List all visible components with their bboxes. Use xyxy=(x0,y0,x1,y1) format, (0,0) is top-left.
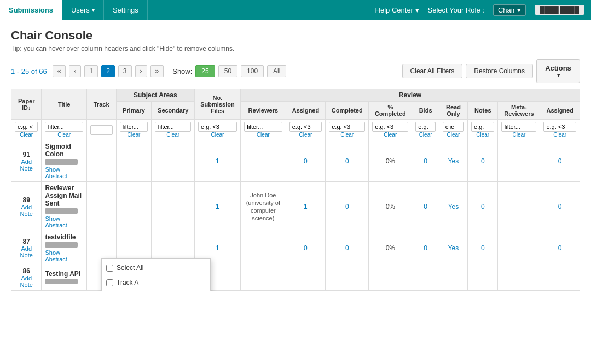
nav-right: Help Center ▾ Select Your Role : Chair ▾… xyxy=(369,0,591,20)
nav-tab-submissions-label: Submissions xyxy=(9,6,53,14)
col-title: Title xyxy=(42,89,86,120)
meta-reviewers-cell-87 xyxy=(498,231,540,265)
pagination-info: 1 - 25 of 66 xyxy=(11,67,47,75)
select-all-checkbox[interactable] xyxy=(106,265,113,272)
role-selector[interactable]: Chair ▾ xyxy=(493,4,526,16)
show-abstract-87[interactable]: Show Abstract xyxy=(45,249,83,262)
filter-secondary[interactable] xyxy=(155,122,191,132)
col-assigned: Assigned xyxy=(286,102,326,120)
pag-next[interactable]: › xyxy=(135,65,147,77)
filter-track[interactable] xyxy=(90,125,113,135)
bids-cell-87: 0 xyxy=(412,231,439,265)
show-abstract-91[interactable]: Show Abstract xyxy=(45,166,83,179)
reviewers-cell-91 xyxy=(240,140,286,182)
pag-page-2[interactable]: 2 xyxy=(101,65,115,77)
user-menu[interactable]: ████ ████ xyxy=(535,5,584,15)
clear-completed[interactable]: Clear xyxy=(329,132,365,138)
submissions-table: PaperID↓ Title Track Subject Areas No.Su… xyxy=(11,89,580,291)
top-navigation: Submissions Users ▾ Settings Help Center… xyxy=(0,0,591,20)
read-only-cell-91: Yes xyxy=(439,140,467,182)
nav-tab-users-label: Users xyxy=(71,6,90,14)
nav-tab-settings[interactable]: Settings xyxy=(104,0,148,20)
clear-reviewers[interactable]: Clear xyxy=(244,132,282,138)
clear-meta-reviewers[interactable]: Clear xyxy=(501,132,536,138)
clear-bids[interactable]: Clear xyxy=(415,132,435,138)
page-title: Chair Console xyxy=(11,28,580,43)
dropdown-item-track-b[interactable]: Track B xyxy=(105,289,207,291)
col-assigned2: Assigned xyxy=(540,102,580,120)
paper-id-cell: 89 Add Note xyxy=(11,182,42,231)
show-25[interactable]: 25 xyxy=(195,65,215,77)
clear-num-files[interactable]: Clear xyxy=(198,132,237,138)
clear-title[interactable]: Clear xyxy=(45,132,83,138)
col-track: Track xyxy=(86,89,116,120)
notes-cell-91: 0 xyxy=(468,140,498,182)
clear-all-filters-button[interactable]: Clear All Filters xyxy=(402,64,463,78)
filter-title[interactable] xyxy=(45,122,83,132)
filter-assigned[interactable] xyxy=(289,122,322,132)
show-50[interactable]: 50 xyxy=(218,65,237,77)
pag-prev[interactable]: ‹ xyxy=(69,65,81,77)
clear-assigned2[interactable]: Clear xyxy=(543,132,576,138)
filter-reviewers[interactable] xyxy=(244,122,282,132)
show-label: Show: xyxy=(172,67,192,75)
restore-columns-button[interactable]: Restore Columns xyxy=(466,64,533,78)
pag-page-1[interactable]: 1 xyxy=(84,65,98,77)
nav-tab-submissions[interactable]: Submissions xyxy=(0,0,62,20)
pag-last[interactable]: » xyxy=(150,65,164,77)
track-a-label: Track A xyxy=(117,279,138,286)
notes-cell-89: 0 xyxy=(468,182,498,231)
title-cell-87: testvidfile Show Abstract xyxy=(42,231,86,265)
show-all[interactable]: All xyxy=(267,65,286,77)
clear-notes[interactable]: Clear xyxy=(471,132,494,138)
filter-bids[interactable] xyxy=(415,122,435,132)
clear-secondary[interactable]: Clear xyxy=(155,132,191,138)
add-note-86[interactable]: Add Note xyxy=(15,275,38,288)
page-tip: Tip: you can hover over column headers a… xyxy=(11,45,580,52)
pag-page-3[interactable]: 3 xyxy=(118,65,132,77)
clear-primary[interactable]: Clear xyxy=(120,132,148,138)
add-note-89[interactable]: Add Note xyxy=(15,204,38,217)
col-read-only: ReadOnly xyxy=(439,102,467,120)
meta-reviewers-cell-89 xyxy=(498,182,540,231)
filter-meta-reviewers[interactable] xyxy=(501,122,536,132)
track-dropdown: Select All Track A Track B TPMStest ✓ P xyxy=(101,258,211,291)
nav-tabs-left: Submissions Users ▾ Settings xyxy=(0,0,148,20)
pag-first[interactable]: « xyxy=(53,65,66,77)
col-primary: Primary xyxy=(116,102,152,120)
filter-assigned2[interactable] xyxy=(543,122,576,132)
filter-read-only[interactable] xyxy=(443,122,464,132)
assigned2-cell-89: 0 xyxy=(540,182,580,231)
add-note-91[interactable]: Add Note xyxy=(15,158,38,172)
toolbar: 1 - 25 of 66 « ‹ 1 2 3 › » Show: 25 50 1… xyxy=(11,59,580,83)
show-abstract-89[interactable]: Show Abstract xyxy=(45,215,83,228)
filter-num-files[interactable] xyxy=(198,122,237,132)
filter-notes[interactable] xyxy=(471,122,494,132)
checkbox-track-a[interactable] xyxy=(106,279,113,286)
select-all-label: Select All xyxy=(117,264,143,272)
pct-cell-86 xyxy=(369,265,412,291)
add-note-87[interactable]: Add Note xyxy=(15,245,38,259)
filter-completed[interactable] xyxy=(329,122,365,132)
group-subject-areas: Subject Areas xyxy=(116,89,194,102)
secondary-cell-89 xyxy=(152,182,195,231)
actions-button[interactable]: Actions ▾ xyxy=(536,59,580,83)
clear-read-only[interactable]: Clear xyxy=(443,132,464,138)
dropdown-scroll[interactable]: Track A Track B TPMStest ✓ PHASE 1 ✓ PHA… xyxy=(105,277,207,291)
actions-arrow: ▾ xyxy=(544,72,572,78)
dropdown-item-track-a[interactable]: Track A xyxy=(105,277,207,289)
clear-paper-id[interactable]: Clear xyxy=(15,132,38,138)
table-row: 87 Add Note testvidfile Show Abstract 1 … xyxy=(11,231,580,265)
filter-paper-id[interactable] xyxy=(15,122,38,132)
nav-tab-users[interactable]: Users ▾ xyxy=(62,0,104,20)
clear-pct[interactable]: Clear xyxy=(372,132,408,138)
filter-pct[interactable] xyxy=(372,122,408,132)
notes-cell-87: 0 xyxy=(468,231,498,265)
filter-primary[interactable] xyxy=(120,122,148,132)
paper-id-cell: 91 Add Note xyxy=(11,140,42,182)
assigned-cell-86 xyxy=(286,265,326,291)
help-center-link[interactable]: Help Center ▾ xyxy=(375,6,419,14)
show-100[interactable]: 100 xyxy=(241,65,264,77)
clear-assigned[interactable]: Clear xyxy=(289,132,322,138)
meta-reviewers-cell-91 xyxy=(498,140,540,182)
